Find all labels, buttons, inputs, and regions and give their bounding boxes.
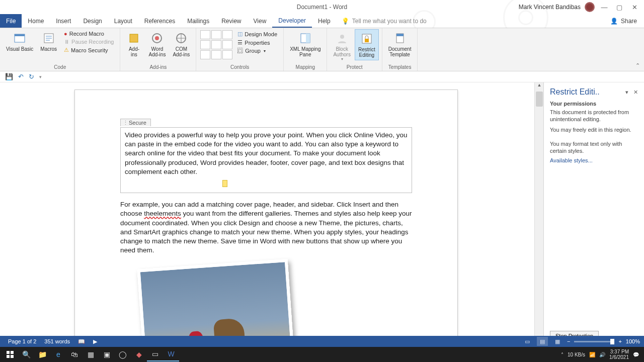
addins-button[interactable]: Add-ins [123,29,144,59]
macros-button[interactable]: Macros [37,29,60,54]
svg-point-9 [340,35,344,39]
xml-mapping-icon [298,31,312,45]
document-template-label: DocumentTemplate [388,46,412,57]
document-template-button[interactable]: DocumentTemplate [385,29,415,59]
search-button[interactable]: 🔍 [18,347,34,361]
tab-developer[interactable]: Developer [272,14,312,28]
properties-button[interactable]: ☰Properties [236,39,278,46]
tab-review[interactable]: Review [215,14,247,28]
restrict-editing-icon [360,32,374,46]
undo-button[interactable]: ↶ [18,73,24,80]
share-button[interactable]: 👤 Share [603,14,644,28]
zoom-in-button[interactable]: + [618,338,621,344]
tray-volume-icon[interactable]: 🔊 [599,352,605,357]
tab-view[interactable]: View [248,14,273,28]
addins-icon [127,31,141,45]
task-word[interactable]: W [163,347,179,361]
collapse-ribbon-button[interactable]: ⌃ [635,62,640,69]
tab-file[interactable]: File [0,14,22,28]
pane-close-button[interactable]: ✕ [633,89,638,96]
control-plaintext[interactable] [211,30,221,39]
svg-rect-16 [7,355,10,358]
document-title: Document1 - Word [297,4,347,11]
status-macros[interactable]: ▶ [89,338,101,345]
view-print-layout[interactable]: ▤ [537,337,548,346]
macros-icon [42,31,56,45]
control-datepicker[interactable] [211,50,221,59]
tray-wifi-icon[interactable]: 📶 [589,352,595,357]
word-addins-icon [150,31,164,45]
control-combobox[interactable] [222,40,232,49]
control-legacy[interactable] [222,50,232,59]
content-controls-gallery[interactable] [199,29,233,60]
tell-me-search[interactable]: 💡 Tell me what you want to do [337,14,432,28]
tab-mailings[interactable]: Mailings [181,14,215,28]
task-edge[interactable]: e [50,347,66,361]
record-icon: ● [64,31,67,37]
save-button[interactable]: 💾 [5,73,13,80]
tab-design[interactable]: Design [77,14,108,28]
design-mode-button[interactable]: ◫Design Mode [236,30,278,38]
record-macro-button[interactable]: ●Record Macro [63,30,115,37]
pane-options-button[interactable]: ▾ [625,89,628,96]
view-web-layout[interactable]: ▦ [552,337,563,346]
minimize-button[interactable]: — [599,2,610,12]
maximize-button[interactable]: ▢ [614,2,625,12]
status-words[interactable]: 351 words [40,338,74,344]
scroll-thumb[interactable] [536,92,543,107]
tab-help[interactable]: Help [312,14,337,28]
vertical-scrollbar[interactable]: ▲ ▼ [534,82,543,347]
qat-customize[interactable]: ▾ [39,74,42,79]
macro-security-label: Macro Security [71,47,108,53]
secure-tag[interactable]: Secure [120,119,151,126]
document-page[interactable]: Secure Video provides a powerful way to … [74,89,458,347]
visual-basic-icon [13,31,27,45]
zoom-level[interactable]: 100% [626,338,640,344]
task-app4[interactable]: ◆ [131,347,147,361]
task-explorer[interactable]: 📁 [34,347,50,361]
control-picture[interactable] [222,30,232,39]
control-buildingblock[interactable] [200,40,210,49]
task-app1[interactable]: ▦ [83,347,99,361]
status-page[interactable]: Page 1 of 2 [4,338,40,344]
task-app2[interactable]: ▣ [99,347,115,361]
restrict-editing-label: RestrictEditing [358,47,375,58]
visual-basic-button[interactable]: Visual Basic [3,29,36,54]
properties-label: Properties [245,40,270,46]
control-dropdown[interactable] [200,50,210,59]
user-avatar[interactable] [585,2,595,12]
scroll-up-button[interactable]: ▲ [535,82,544,90]
view-read-mode[interactable]: ▭ [522,337,533,346]
user-name: Mark Vincent Bandibas [519,4,581,11]
block-authors-button[interactable]: BlockAuthors▾ [330,29,353,64]
start-button[interactable] [2,347,18,361]
redo-button[interactable]: ↻ [29,73,34,80]
warning-icon: ⚠ [64,47,69,53]
tray-clock[interactable]: 3:37 PM 1/6/2021 [609,349,629,360]
tab-references[interactable]: References [138,14,181,28]
editable-region[interactable]: Secure Video provides a powerful way to … [120,127,412,193]
tab-home[interactable]: Home [22,14,50,28]
zoom-out-button[interactable]: − [567,338,570,344]
word-addins-button[interactable]: WordAdd-ins [145,29,169,59]
task-store[interactable]: 🛍 [66,347,83,361]
group-button[interactable]: ⿴Group▾ [236,47,278,54]
restrict-editing-button[interactable]: RestrictEditing [355,29,379,60]
available-styles-link[interactable]: Available styles... [550,157,593,163]
control-richtext[interactable] [200,30,210,39]
control-checkbox[interactable] [211,40,221,49]
paragraph-1[interactable]: Video provides a powerful way to help yo… [125,131,408,176]
status-spellcheck[interactable]: 📖 [74,338,89,345]
task-app5[interactable]: ▭ [147,347,163,361]
macro-security-button[interactable]: ⚠Macro Security [63,46,115,54]
zoom-slider[interactable] [574,341,614,342]
com-addins-button[interactable]: COMAdd-ins [170,29,193,59]
task-app3[interactable]: ◯ [115,347,131,361]
tab-layout[interactable]: Layout [108,14,138,28]
tab-insert[interactable]: Insert [50,14,77,28]
tray-show-hidden[interactable]: ˄ [561,352,564,357]
close-button[interactable]: ✕ [629,2,640,12]
tray-notifications[interactable]: 💬 [633,352,639,357]
pause-recording-label: Pause Recording [71,39,114,45]
xml-mapping-button[interactable]: XML MappingPane [287,29,324,59]
